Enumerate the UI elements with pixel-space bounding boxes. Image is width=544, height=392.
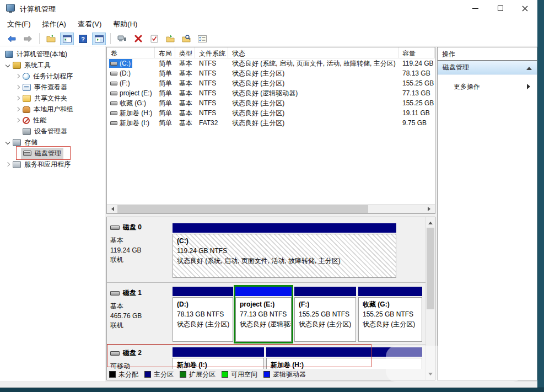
tree-item-shared-folders[interactable]: 共享文件夹 [0, 93, 105, 104]
tree-item-services-applications[interactable]: 服务和应用程序 [0, 159, 105, 170]
export-list-icon[interactable] [44, 33, 58, 45]
primary-partition-bar [266, 347, 422, 357]
desktop-edge [0, 388, 544, 392]
extended-partition-frame: project (E:) 77.13 GB NTFS 状态良好 (逻辑驱动器) [234, 285, 293, 343]
legend-extended: 扩展分区 [180, 370, 216, 379]
scroll-up-icon[interactable] [426, 217, 435, 227]
disk-2-label[interactable]: 磁盘 2 可移动 [109, 345, 170, 369]
legend-swatch [109, 371, 116, 378]
legend-primary: 主分区 [144, 370, 174, 379]
legend-logical-drive: 逻辑驱动器 [263, 370, 306, 379]
table-row-d[interactable]: (D:) 简单 基本 NTFS 状态良好 (主分区) 78.13 GB [107, 68, 435, 78]
tree-item-disk-management[interactable]: 磁盘管理 [0, 148, 105, 159]
primary-partition-bar [294, 287, 356, 296]
close-button[interactable] [513, 0, 537, 17]
header-layout[interactable]: 布局 [155, 47, 175, 58]
more-actions[interactable]: 更多操作 [438, 80, 537, 93]
partition-i[interactable]: 新加卷 (I:) [173, 347, 264, 369]
refresh-folder-icon[interactable] [163, 33, 177, 45]
scroll-left-icon[interactable] [107, 205, 116, 213]
chevron-right-icon[interactable] [14, 73, 21, 79]
expander-spacer [14, 150, 21, 157]
scrollbar-track[interactable] [116, 205, 425, 213]
chevron-down-icon[interactable] [4, 139, 11, 146]
chevron-right-icon[interactable] [14, 117, 21, 123]
volume-icon [110, 72, 117, 76]
menu-action[interactable]: 操作(A) [42, 19, 66, 29]
menu-view[interactable]: 查看(V) [78, 19, 101, 29]
table-row-f[interactable]: (F:) 简单 基本 NTFS 状态良好 (主分区) 155.25 GB [107, 78, 435, 88]
table-row-h[interactable]: 新加卷 (H:) 简单 基本 NTFS 状态良好 (主分区) 19.11 GB [107, 108, 435, 118]
users-icon [23, 106, 30, 113]
tree-item-system-tools[interactable]: 系统工具 [0, 60, 105, 71]
legend-swatch [144, 371, 151, 378]
show-console-tree-icon[interactable] [60, 33, 74, 45]
chevron-right-icon[interactable] [14, 106, 21, 112]
minimize-button[interactable] [463, 0, 488, 17]
tree-item-task-scheduler[interactable]: 任务计划程序 [0, 71, 105, 82]
disk-2-row: 磁盘 2 可移动 新加卷 (I:) 新加卷 (H:) [107, 345, 425, 369]
actions-pane: 操作 磁盘管理 更多操作 [437, 47, 537, 380]
tree-item-storage[interactable]: 存储 [0, 137, 105, 148]
header-type[interactable]: 类型 [175, 47, 195, 58]
partition-h[interactable]: 新加卷 (H:) [266, 347, 422, 369]
system-tools-icon [13, 62, 21, 69]
submenu-arrow-icon [527, 84, 533, 89]
volume-icon [110, 101, 117, 105]
header-filesystem[interactable]: 文件系统 [195, 47, 228, 58]
disk-0-label[interactable]: 磁盘 0 基本 119.24 GB 联机 [109, 217, 170, 282]
show-action-pane-icon[interactable] [92, 33, 106, 45]
disk-1-label[interactable]: 磁盘 1 基本 465.76 GB 联机 [109, 283, 170, 345]
header-status[interactable]: 状态 [228, 47, 398, 58]
disk-graphical-view: 磁盘 0 基本 119.24 GB 联机 (C:) 119.24 GB NTFS… [106, 217, 435, 380]
collapse-icon[interactable] [526, 64, 532, 70]
maximize-button[interactable] [488, 0, 513, 17]
primary-partition-bar [358, 287, 422, 296]
delete-icon[interactable] [131, 33, 145, 45]
partition-e[interactable]: project (E:) 77.13 GB NTFS 状态良好 (逻辑驱动器) [235, 287, 292, 342]
partition-f[interactable]: (F:) 155.25 GB NTFS 状态良好 (主分区) [294, 287, 356, 342]
remote-connect-icon[interactable] [115, 33, 129, 45]
horizontal-scrollbar[interactable] [107, 204, 435, 213]
scroll-down-icon[interactable] [426, 370, 435, 380]
tree-item-computer-management[interactable]: 计算机管理(本地) [0, 49, 105, 60]
partition-g[interactable]: 收藏 (G:) 155.25 GB NTFS 状态良好 (主分区) [358, 287, 422, 342]
volume-icon [110, 121, 117, 125]
chevron-right-icon[interactable] [4, 161, 11, 168]
table-row-c[interactable]: (C:) 简单 基本 NTFS 状态良好 (系统, 启动, 页面文件, 活动, … [107, 58, 435, 68]
logical-drive-bar [235, 287, 292, 296]
header-volume[interactable]: 卷 [107, 47, 155, 58]
tree-item-local-users-groups[interactable]: 本地用户和组 [0, 104, 105, 115]
title-bar: 计算机管理 [0, 0, 537, 17]
scroll-right-icon[interactable] [425, 205, 435, 213]
table-row-g[interactable]: 收藏 (G:) 简单 基本 NTFS 状态良好 (主分区) 155.25 GB [107, 98, 435, 108]
storage-icon [13, 139, 21, 146]
header-capacity[interactable]: 容量 [398, 47, 435, 58]
tree-item-event-viewer[interactable]: 事件查看器 [0, 82, 105, 93]
menu-help[interactable]: 帮助(H) [113, 19, 137, 29]
menu-file[interactable]: 文件(F) [7, 19, 31, 29]
scrollbar-thumb[interactable] [117, 205, 368, 213]
chevron-down-icon[interactable] [4, 62, 11, 68]
table-row-e[interactable]: project (E:) 简单 基本 NTFS 状态良好 (逻辑驱动器) 77.… [107, 88, 435, 98]
chevron-right-icon[interactable] [14, 95, 21, 101]
actions-section-disk-management[interactable]: 磁盘管理 [438, 61, 537, 75]
help-icon[interactable]: ? [76, 33, 90, 45]
status-bar [0, 382, 537, 388]
properties-check-icon[interactable] [147, 33, 161, 45]
table-row-i[interactable]: 新加卷 (I:) 简单 基本 FAT32 状态良好 (主分区) 9.75 GB [107, 118, 435, 128]
device-manager-icon [23, 128, 31, 135]
forward-icon[interactable] [21, 33, 35, 45]
primary-partition-bar [173, 287, 233, 296]
chevron-right-icon[interactable] [14, 84, 21, 90]
back-icon[interactable] [5, 33, 19, 45]
tree-item-device-manager[interactable]: 设备管理器 [0, 126, 105, 137]
view-options-icon[interactable] [195, 33, 209, 45]
scrollbar-thumb[interactable] [427, 228, 434, 309]
partition-d[interactable]: (D:) 78.13 GB NTFS 状态良好 (主分区) [173, 287, 233, 342]
partition-c[interactable]: (C:) 119.24 GB NTFS 状态良好 (系统, 启动, 页面文件, … [173, 223, 396, 278]
rescan-disks-icon[interactable] [179, 33, 193, 45]
tree-item-performance[interactable]: 性能 [0, 115, 105, 126]
disk-icon [110, 225, 120, 230]
vertical-scrollbar[interactable] [425, 217, 435, 380]
